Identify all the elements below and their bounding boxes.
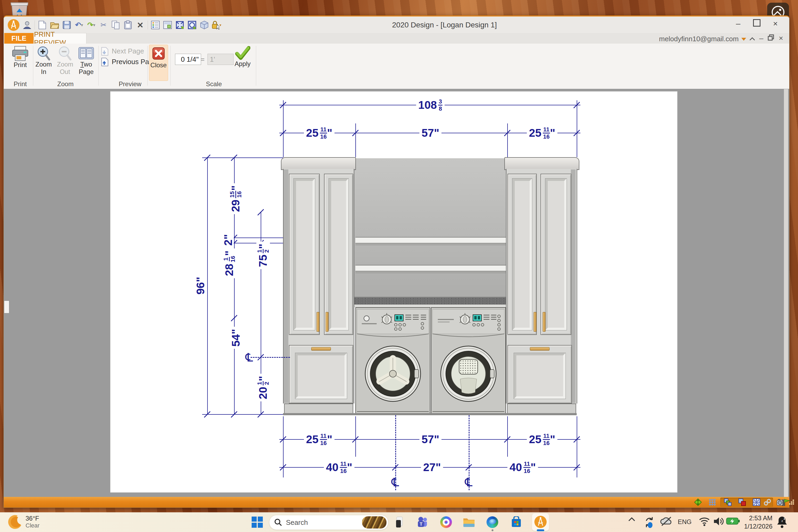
fit-selection-icon[interactable]	[175, 20, 185, 30]
close-window-button[interactable]: ×	[770, 19, 781, 28]
app-window: ↶▾ ↷▾ ✂ ✕ ▾ 2020 Design - [Logan Design …	[3, 15, 790, 508]
divider	[170, 46, 171, 86]
zoom-in-button[interactable]: Zoom In	[34, 46, 54, 75]
link-icon[interactable]	[763, 498, 771, 506]
app-logo-icon[interactable]	[7, 19, 20, 31]
zoom-in-label: Zoom In	[34, 61, 53, 75]
tray-battery-icon[interactable]	[726, 517, 740, 526]
tray-sync-icon[interactable]	[643, 515, 655, 529]
edge-icon[interactable]	[486, 516, 498, 528]
user-login-icon[interactable]	[22, 20, 32, 30]
lock-pointer-icon[interactable]: ▾	[212, 20, 221, 30]
save-icon[interactable]	[62, 20, 72, 30]
left-cabinet-side	[284, 169, 288, 403]
two-page-label: Two Page	[78, 61, 94, 75]
store-icon[interactable]	[510, 516, 522, 528]
print-button[interactable]: Print	[9, 46, 32, 69]
dim-line	[202, 157, 283, 158]
dim-bot1-center: 57"	[419, 434, 441, 445]
search-promo-image[interactable]	[362, 516, 386, 529]
vertical-scrollbar[interactable]	[784, 89, 788, 497]
zoom-out-label: Zoom Out	[57, 61, 73, 75]
print-preview-page: 108 38 25 1116 " 57" 25 1116 "	[110, 91, 678, 493]
new-document-icon[interactable]	[38, 20, 47, 30]
close-preview-button[interactable]: Close	[149, 45, 168, 81]
previous-page-button[interactable]: Previous Page	[100, 57, 157, 66]
tab-print-preview[interactable]: PRINT PREVIEW	[34, 33, 87, 44]
preview-group-label: Preview	[119, 80, 141, 88]
zoom-region-icon[interactable]	[187, 20, 197, 30]
zoom-out-button[interactable]: Zoom Out	[55, 46, 75, 75]
bring-front-icon[interactable]	[724, 498, 732, 506]
doc-minimize-button[interactable]: –	[757, 34, 766, 42]
tray-language[interactable]: ENG	[678, 518, 691, 526]
send-back-icon[interactable]	[738, 498, 746, 506]
tray-clock[interactable]: 2:53 AM 1/12/2026	[744, 514, 773, 530]
centerline-symbol-dryer: ℄	[465, 475, 472, 489]
copilot-icon[interactable]	[440, 516, 452, 528]
teams-icon[interactable]: T	[416, 516, 428, 528]
resize-grip-icon[interactable]	[789, 499, 796, 507]
account-dropdown-icon[interactable]	[741, 38, 746, 41]
dim-ext	[507, 124, 508, 157]
account-email[interactable]: melodyfinn10@gmail.com	[659, 35, 739, 43]
collapse-ribbon-button[interactable]	[748, 34, 757, 42]
tray-chevron-icon[interactable]	[628, 517, 636, 523]
scale-target-input[interactable]	[208, 54, 233, 65]
apply-button[interactable]: Apply	[232, 46, 253, 68]
weather-widget[interactable]: 36°F Clear	[8, 514, 40, 529]
dim-bot2-right: 40 1116 "	[508, 461, 538, 474]
undo-icon[interactable]: ↶▾	[74, 20, 84, 30]
desktop: ↶▾ ↷▾ ✂ ✕ ▾ 2020 Design - [Logan Design …	[0, 0, 798, 532]
scale-value-input[interactable]	[175, 54, 201, 65]
file-explorer-icon[interactable]	[463, 516, 475, 528]
ribbon: Print Print Zoom In Zoom Out Two Page Zo…	[4, 44, 789, 89]
hamper-panel	[295, 353, 347, 399]
minimize-button[interactable]: –	[732, 19, 744, 28]
doc-restore-button[interactable]	[766, 34, 775, 42]
tray-notification-bell-icon[interactable]: zz	[776, 515, 788, 530]
dim-top-left: 25 1116 "	[304, 126, 335, 140]
right-door2-handle	[543, 312, 546, 332]
maximize-button[interactable]	[751, 19, 763, 28]
copy-icon[interactable]	[111, 20, 120, 30]
window-title: 2020 Design - [Logan Design 1]	[392, 21, 497, 29]
item-list-icon[interactable]	[151, 20, 160, 30]
tray-date: 1/12/2026	[744, 522, 773, 530]
shelf-shadow	[355, 271, 506, 273]
divider	[98, 46, 99, 86]
cut-icon[interactable]: ✂	[99, 20, 108, 30]
dim-top-center: 57"	[419, 128, 441, 138]
dim-ext	[283, 100, 284, 157]
redo-icon[interactable]: ↷▾	[87, 20, 96, 30]
right-toe-kick	[507, 403, 576, 414]
start-button[interactable]	[251, 516, 263, 528]
tray-volume-icon[interactable]	[714, 517, 725, 527]
print-group-label: Print	[14, 80, 26, 88]
tab-file[interactable]: FILE	[4, 33, 34, 44]
doc-close-button[interactable]: ×	[776, 34, 785, 42]
pan-icon[interactable]	[694, 498, 702, 506]
next-page-button[interactable]: Next Page	[100, 47, 144, 56]
active-app-2020-design[interactable]	[532, 513, 549, 531]
right-hamper	[508, 345, 572, 403]
app-status-bar	[4, 497, 789, 508]
form-editor-icon[interactable]	[163, 20, 172, 30]
open-file-icon[interactable]	[50, 20, 59, 30]
edge-running-dot	[492, 529, 493, 531]
phone-link-icon[interactable]	[394, 516, 406, 528]
tray-wifi-icon[interactable]	[699, 517, 710, 527]
paste-icon[interactable]	[123, 20, 133, 30]
two-page-button[interactable]: Two Page	[75, 46, 97, 75]
grid-icon[interactable]	[709, 498, 716, 506]
delete-icon[interactable]: ✕	[135, 20, 145, 30]
counter-underside	[354, 305, 506, 307]
tray-cloud-offline-icon[interactable]	[660, 516, 673, 528]
taskbar-search[interactable]: Search	[269, 515, 388, 530]
fit-view-icon[interactable]	[753, 498, 760, 506]
left-hamper-handle	[311, 347, 331, 350]
3d-view-icon[interactable]	[200, 20, 209, 30]
side-panel-handle[interactable]	[4, 301, 9, 314]
scale-equals: =	[201, 55, 205, 63]
weather-temp: 36°F	[25, 515, 40, 522]
